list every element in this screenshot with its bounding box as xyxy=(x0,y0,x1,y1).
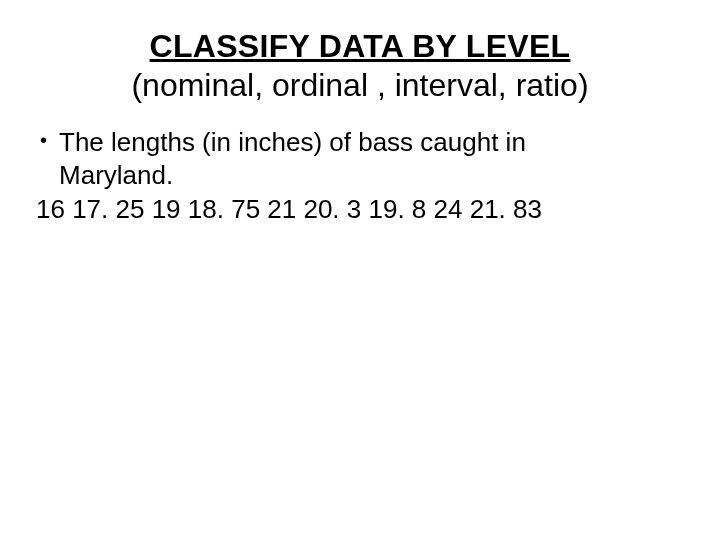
data-values-line: 16 17. 25 19 18. 75 21 20. 3 19. 8 24 21… xyxy=(36,193,656,226)
slide-content: • The lengths (in inches) of bass caught… xyxy=(30,126,690,226)
bullet-icon: • xyxy=(40,128,47,154)
bullet-list: • The lengths (in inches) of bass caught… xyxy=(34,126,690,193)
slide-title-sub: (nominal, ordinal , interval, ratio) xyxy=(30,67,690,104)
slide-title-main: CLASSIFY DATA BY LEVEL xyxy=(30,28,690,65)
list-item: • The lengths (in inches) of bass caught… xyxy=(40,126,690,193)
bullet-text: The lengths (in inches) of bass caught i… xyxy=(59,126,619,193)
slide-title-block: CLASSIFY DATA BY LEVEL (nominal, ordinal… xyxy=(30,28,690,104)
